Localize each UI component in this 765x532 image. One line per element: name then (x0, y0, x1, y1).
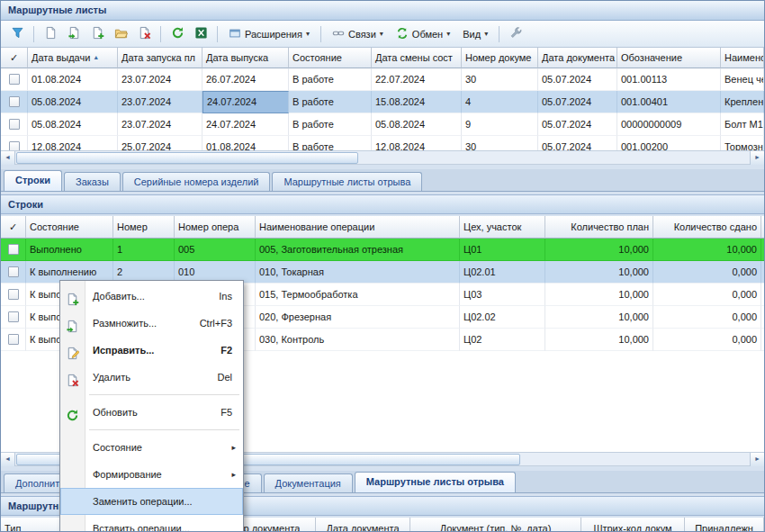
grid-cell: 005 (175, 239, 256, 261)
column-header-number[interactable]: Номер (113, 216, 175, 239)
links-menu-button[interactable]: Связи ▾ (327, 24, 389, 44)
grid-cell: 9 (462, 113, 538, 136)
scroll-right-icon[interactable]: ► (750, 453, 764, 466)
scrollbar-thumb[interactable] (16, 152, 358, 164)
refresh-button[interactable] (166, 24, 188, 44)
row-checkbox[interactable] (9, 119, 20, 130)
column-header-barcode[interactable]: Штрих-код докум (581, 518, 685, 532)
filter-button[interactable] (6, 24, 28, 44)
tab-lines[interactable]: Строки (4, 170, 62, 191)
column-header-issue-date[interactable]: Дата выдачи▲ (28, 48, 118, 68)
column-header-doc-date[interactable]: Дата документа (316, 518, 410, 532)
column-header-launch-date[interactable]: Дата запуска пл (118, 48, 202, 68)
grid-cell: Ц02.02 (460, 306, 545, 329)
table-row-done[interactable]: Выполнено 1 005 005, Заготовительная отр… (1, 239, 764, 261)
tab-orders[interactable]: Заказы (64, 172, 121, 191)
column-header-document[interactable]: Документ (тип, №, дата) (410, 518, 581, 532)
grid-cell: 10,000 (545, 306, 653, 329)
menu-item-delete[interactable]: Удалить Del (60, 364, 243, 391)
menu-item-forming[interactable]: Формирование ▸ (60, 461, 243, 488)
row-checkbox[interactable] (9, 141, 20, 150)
row-checkbox[interactable] (8, 244, 19, 255)
grid-cell: 12.08.2024 (372, 136, 462, 150)
grid-cell: В работе (289, 91, 372, 113)
exchange-menu-button[interactable]: Обмен ▾ (391, 24, 455, 44)
grid-cell: 020, Фрезерная (256, 306, 460, 329)
new-document-button[interactable] (40, 24, 61, 44)
menu-item-state[interactable]: Состояние ▸ (60, 434, 243, 461)
grid-cell: 0,000 (653, 261, 761, 284)
menu-item-insert-operations[interactable]: Вставить операции... (60, 515, 243, 532)
grid-cell: Ц03 (460, 284, 545, 306)
settings-button[interactable] (505, 24, 526, 44)
tab-serial-numbers[interactable]: Серийные номера изделий (122, 172, 271, 191)
grid-cell: В работе (289, 136, 372, 150)
add-document-button[interactable] (86, 24, 108, 44)
grid-cell (761, 261, 764, 284)
grid-cell: 10,000 (545, 261, 653, 284)
table-row-selected[interactable]: 05.08.2024 23.07.2024 24.07.2024 В работ… (1, 91, 764, 113)
horizontal-scrollbar[interactable]: ◄ ► (1, 150, 764, 165)
extensions-menu-button[interactable]: Расширения ▾ (223, 24, 315, 44)
menu-item-duplicate[interactable]: Размножить... Ctrl+F3 (60, 310, 243, 337)
row-checkbox[interactable] (9, 96, 20, 107)
excel-export-button[interactable] (190, 24, 212, 44)
column-header-qty-plan[interactable]: Количество план (545, 216, 653, 239)
column-header-qty-done[interactable]: Количество сдано (653, 216, 761, 239)
route-sheets-grid-header: ✓ Дата выдачи▲ Дата запуска пл Дата выпу… (1, 48, 764, 68)
duplicate-document-button[interactable] (63, 24, 85, 44)
grid-cell: 26.07.2024 (202, 68, 289, 91)
column-header-belonging[interactable]: Принадлежн (685, 518, 764, 532)
column-header-op-number[interactable]: Номер опера (175, 216, 256, 239)
column-header-state-change-date[interactable]: Дата смены сост (372, 48, 462, 68)
grid-cell: В работе (289, 68, 372, 91)
row-checkbox[interactable] (8, 311, 19, 322)
column-header-doc-date[interactable]: Дата документа (538, 48, 617, 68)
view-menu-button[interactable]: Вид ▾ (457, 24, 493, 44)
open-folder-button[interactable] (110, 24, 131, 44)
column-header-release-date[interactable]: Дата выпуска (202, 48, 289, 68)
row-checkbox[interactable] (8, 334, 19, 345)
column-header-doc-number[interactable]: Номер докуме (462, 48, 538, 68)
column-header-state[interactable]: Состояние (26, 216, 113, 239)
menu-item-add[interactable]: Добавить... Ins (60, 283, 243, 310)
tab-tearoff-route-sheets[interactable]: Маршрутные листы отрыва (272, 172, 422, 191)
grid-cell: 12.08.2024 (28, 136, 118, 150)
check-icon: ✓ (9, 221, 17, 232)
menu-item-replace-operations[interactable]: Заменить операции... (60, 488, 243, 515)
delete-document-button[interactable] (133, 24, 155, 44)
column-header-check[interactable]: ✓ (1, 48, 28, 68)
row-checkbox[interactable] (9, 74, 20, 85)
column-header-check[interactable]: ✓ (1, 216, 26, 239)
menu-shortcut: Del (217, 364, 232, 391)
route-sheets-grid-body: 01.08.2024 23.07.2024 26.07.2024 В работ… (1, 68, 764, 150)
grid-cell: 001.00401 (617, 91, 721, 113)
grid-cell (761, 306, 764, 329)
grid-cell: 010, Токарная (256, 261, 460, 284)
tab-documentation[interactable]: Документация (264, 473, 353, 492)
table-row[interactable]: 05.08.2024 23.07.2024 24.07.2024 В работ… (1, 113, 764, 136)
column-header-designation[interactable]: Обозначение (617, 48, 721, 68)
menu-item-refresh[interactable]: Обновить F5 (60, 399, 243, 426)
column-header-op-name[interactable]: Наименование операции (256, 216, 460, 239)
grid-cell: 10,000 (545, 239, 653, 261)
menu-item-edit[interactable]: Исправить... F2 (60, 337, 243, 364)
table-row[interactable]: 01.08.2024 23.07.2024 26.07.2024 В работ… (1, 68, 764, 91)
column-header-name[interactable]: Наименовани (721, 48, 764, 68)
window-title: Маршрутные листы (1, 1, 764, 21)
tab-tearoff-route-sheets-bottom[interactable]: Маршрутные листы отрыва (355, 472, 516, 492)
scroll-left-icon[interactable]: ◄ (1, 453, 15, 466)
grid-cell: 30 (462, 136, 538, 150)
scroll-left-icon[interactable]: ◄ (1, 151, 15, 165)
grid-cell: 25.07.2024 (118, 136, 202, 150)
row-checkbox[interactable] (8, 266, 19, 277)
grid-cell: В работе (289, 113, 372, 136)
row-checkbox[interactable] (8, 289, 19, 300)
view-menu-label: Вид (463, 29, 481, 40)
column-header-state[interactable]: Состояние (289, 48, 372, 68)
column-header-workshop[interactable]: Цех, участок (460, 216, 545, 239)
table-row[interactable]: 12.08.2024 25.07.2024 01.08.2024 В работ… (1, 136, 764, 150)
toolbar-separator (217, 26, 218, 42)
grid-cell: 0,000 (653, 284, 761, 306)
scroll-right-icon[interactable]: ► (750, 151, 764, 165)
